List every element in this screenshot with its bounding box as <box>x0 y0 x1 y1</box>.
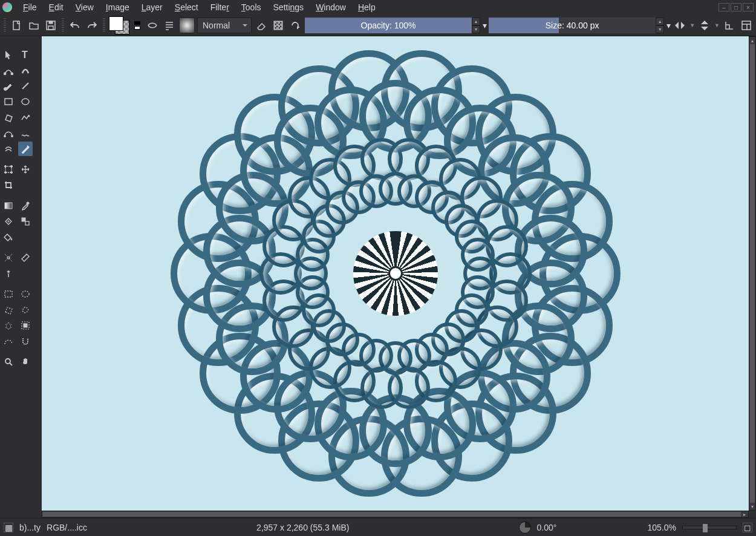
svg-rect-15 <box>5 99 12 105</box>
smart-patch-tool[interactable] <box>1 214 16 229</box>
measure-tool[interactable] <box>18 250 33 265</box>
svg-point-20 <box>5 166 7 168</box>
bezier-tool[interactable] <box>1 126 16 140</box>
svg-rect-4 <box>274 21 282 30</box>
save-file-button[interactable] <box>44 18 58 33</box>
swap-reset-colors[interactable] <box>132 21 143 30</box>
menu-select[interactable]: Select <box>169 1 204 13</box>
redo-button[interactable] <box>85 18 99 33</box>
menu-help[interactable]: Help <box>352 1 382 13</box>
reference-tool[interactable] <box>1 266 16 281</box>
rect-select-tool[interactable] <box>1 287 16 301</box>
opacity-spinner[interactable]: ▲▼ <box>472 18 480 33</box>
minimize-icon[interactable]: – <box>719 3 729 11</box>
toolbar-grip-icon[interactable] <box>103 18 105 33</box>
scroll-down-icon[interactable]: ▾ <box>749 503 755 510</box>
menu-settings[interactable]: Settings <box>267 1 310 13</box>
rotation-dial[interactable] <box>519 521 531 534</box>
zoom-tool[interactable] <box>1 355 16 369</box>
brush-size-slider[interactable]: Size: 40.00 px ▲▼ <box>489 18 664 33</box>
wrap-around-button[interactable] <box>722 18 737 33</box>
scroll-thumb[interactable] <box>42 512 748 517</box>
vertical-scrollbar[interactable]: ▴ ▾ <box>749 36 756 511</box>
scroll-right-icon[interactable]: ▸ <box>741 511 748 517</box>
poly-select-tool[interactable] <box>1 302 16 317</box>
crop-tool[interactable] <box>1 178 16 192</box>
scroll-thumb[interactable] <box>750 44 755 503</box>
multibrush-tool[interactable] <box>18 142 33 156</box>
svg-rect-26 <box>22 218 25 221</box>
bezier-select-tool[interactable] <box>1 334 16 348</box>
zoom-fit-icon[interactable]: ◻ <box>743 523 752 532</box>
pattern-button[interactable] <box>145 18 160 33</box>
polyline-tool[interactable] <box>18 110 33 125</box>
colorize-mask-tool[interactable] <box>18 214 33 229</box>
dropdown-arrow-icon[interactable]: ▾ <box>666 21 670 30</box>
freehand-path-tool[interactable] <box>18 126 33 140</box>
eraser-toggle[interactable] <box>254 18 269 33</box>
dropdown-arrow-icon[interactable]: ▼ <box>714 22 720 28</box>
canvas-area: ◂ ▸ ▴ ▾ <box>33 36 756 518</box>
color-sampler-tool[interactable] <box>18 198 33 213</box>
close-icon[interactable]: × <box>743 3 754 11</box>
workspace-chooser-button[interactable] <box>739 18 754 33</box>
ellipse-tool[interactable] <box>18 94 33 109</box>
horizontal-scrollbar[interactable]: ◂ ▸ <box>42 511 749 518</box>
contiguous-select-tool[interactable] <box>1 318 16 333</box>
pointer-tool[interactable] <box>1 47 16 62</box>
menu-file[interactable]: File <box>17 1 43 13</box>
freehand-brush-tool[interactable] <box>1 79 16 93</box>
calligraphy-tool[interactable] <box>18 63 33 77</box>
zoom-slider-knob[interactable] <box>703 524 708 532</box>
menu-view[interactable]: View <box>70 1 100 13</box>
blend-mode-select[interactable]: Normal <box>197 18 252 33</box>
fill-tool[interactable] <box>1 230 16 244</box>
foreground-color-swatch[interactable] <box>109 16 123 31</box>
freehand-select-tool[interactable] <box>18 302 33 317</box>
size-spinner[interactable]: ▲▼ <box>656 18 664 33</box>
new-file-button[interactable] <box>10 18 24 33</box>
blend-mode-label: Normal <box>203 21 230 30</box>
zoom-slider[interactable] <box>682 526 737 529</box>
maximize-icon[interactable]: □ <box>731 3 741 11</box>
undo-button[interactable] <box>68 18 82 33</box>
brush-preset-chooser[interactable] <box>179 18 195 33</box>
pan-tool[interactable] <box>18 355 33 369</box>
edit-shape-tool[interactable] <box>1 63 16 77</box>
dropdown-arrow-icon[interactable]: ▼ <box>689 22 695 28</box>
menu-layer[interactable]: Layer <box>135 1 169 13</box>
gradient-tool[interactable] <box>1 198 16 213</box>
magnetic-select-tool[interactable] <box>18 334 33 348</box>
canvas[interactable] <box>42 36 749 511</box>
similar-select-tool[interactable] <box>18 318 33 333</box>
ellipse-select-tool[interactable] <box>18 287 33 301</box>
mirror-horizontal-button[interactable] <box>673 18 687 33</box>
rectangle-tool[interactable] <box>1 94 16 109</box>
menu-window[interactable]: Window <box>310 1 352 13</box>
text-tool[interactable]: T <box>18 47 33 62</box>
color-swatches[interactable] <box>109 16 129 34</box>
move-tool[interactable] <box>18 162 33 177</box>
open-file-button[interactable] <box>27 18 41 33</box>
scroll-up-icon[interactable]: ▴ <box>749 37 755 44</box>
menu-image[interactable]: Image <box>100 1 135 13</box>
navigator-thumb-icon[interactable]: ▦ <box>4 523 13 532</box>
polygon-tool[interactable] <box>1 110 16 125</box>
dynamic-brush-tool[interactable] <box>1 142 16 156</box>
opacity-slider[interactable]: Opacity: 100% ▲▼ <box>305 18 480 33</box>
svg-rect-3 <box>49 21 53 24</box>
dropdown-arrow-icon[interactable]: ▾ <box>483 21 486 30</box>
assistants-tool[interactable] <box>1 250 16 265</box>
reload-preset-button[interactable] <box>288 18 302 33</box>
menu-tools[interactable]: Tools <box>235 1 267 13</box>
toolbar-grip-icon[interactable] <box>4 18 6 33</box>
mirror-vertical-button[interactable] <box>697 18 712 33</box>
status-filename: b)...ty <box>19 523 41 532</box>
toolbar-grip-icon[interactable] <box>62 18 64 33</box>
menu-edit[interactable]: Edit <box>43 1 70 13</box>
menu-filter[interactable]: Filter <box>204 1 235 13</box>
alpha-lock-toggle[interactable] <box>271 18 285 33</box>
transform-tool[interactable] <box>1 162 16 177</box>
line-tool[interactable] <box>18 79 33 93</box>
gradient-button[interactable] <box>162 18 177 33</box>
